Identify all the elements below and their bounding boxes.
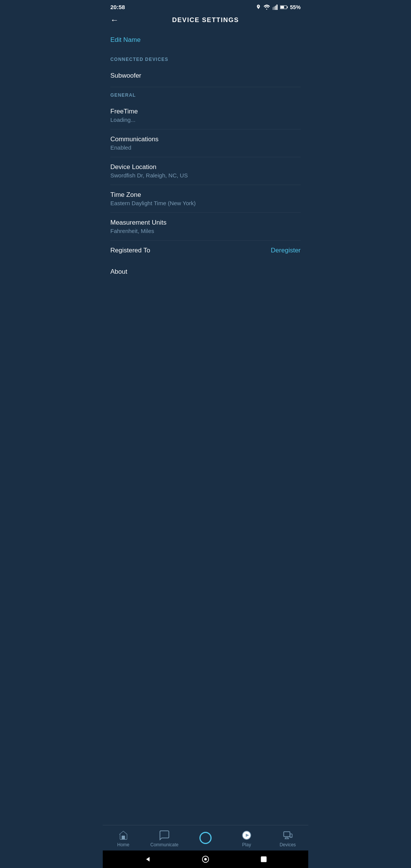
page-content: Edit Name CONNECTED DEVICES Subwoofer GE…	[103, 30, 308, 825]
page-header: ← DEVICE SETTINGS	[103, 13, 308, 30]
play-icon	[241, 830, 252, 841]
svg-point-17	[204, 858, 207, 861]
wifi-icon	[263, 5, 270, 10]
nav-play-label: Play	[242, 842, 251, 847]
android-recents-button[interactable]	[260, 855, 268, 863]
svg-rect-2	[275, 5, 276, 10]
page-title: DEVICE SETTINGS	[172, 16, 239, 24]
registered-to-label: Registered To	[110, 247, 150, 254]
status-bar: 20:58 55%	[103, 0, 308, 13]
timezone-item[interactable]: Time Zone Eastern Daylight Time (New Yor…	[110, 185, 301, 213]
svg-rect-10	[284, 832, 290, 837]
about-item[interactable]: About	[110, 260, 301, 279]
subwoofer-item[interactable]: Subwoofer	[110, 66, 301, 87]
nav-item-home[interactable]: Home	[103, 828, 144, 849]
svg-marker-15	[146, 857, 150, 862]
communications-title: Communications	[110, 136, 301, 143]
nav-item-devices[interactable]: Devices	[267, 828, 308, 849]
status-time: 20:58	[110, 4, 125, 10]
communications-item[interactable]: Communications Enabled	[110, 129, 301, 157]
android-home-button[interactable]	[201, 855, 210, 863]
registered-to-row: Registered To Deregister	[110, 241, 301, 260]
signal-icon	[272, 5, 278, 10]
nav-item-play[interactable]: Play	[226, 828, 267, 849]
home-icon	[118, 830, 129, 841]
device-location-item[interactable]: Device Location Swordfish Dr, Raleigh, N…	[110, 157, 301, 185]
android-nav	[103, 850, 308, 868]
svg-rect-0	[272, 7, 274, 10]
communications-subtitle: Enabled	[110, 144, 301, 151]
general-header: GENERAL	[110, 87, 301, 102]
measurement-units-subtitle: Fahrenheit, Miles	[110, 228, 301, 234]
alexa-icon	[199, 831, 212, 845]
device-location-subtitle: Swordfish Dr, Raleigh, NC, US	[110, 172, 301, 179]
communicate-icon	[159, 830, 170, 841]
svg-rect-7	[122, 836, 125, 839]
nav-home-label: Home	[117, 842, 129, 847]
location-icon	[256, 4, 261, 10]
deregister-button[interactable]: Deregister	[271, 247, 301, 254]
battery-percent: 55%	[290, 4, 301, 10]
connected-devices-header: CONNECTED DEVICES	[110, 51, 301, 66]
timezone-subtitle: Eastern Daylight Time (New York)	[110, 200, 301, 206]
svg-rect-3	[276, 5, 277, 10]
nav-communicate-label: Communicate	[150, 842, 178, 847]
bottom-nav: Home Communicate Play	[103, 825, 308, 850]
timezone-title: Time Zone	[110, 191, 301, 199]
freetime-title: FreeTime	[110, 108, 301, 115]
svg-rect-18	[261, 857, 267, 862]
svg-rect-5	[287, 6, 288, 8]
nav-item-alexa[interactable]	[185, 830, 226, 848]
android-back-button[interactable]	[143, 855, 151, 863]
back-button[interactable]: ←	[110, 15, 119, 25]
freetime-subtitle: Loading...	[110, 116, 301, 123]
nav-devices-label: Devices	[280, 842, 296, 847]
status-icons: 55%	[256, 4, 301, 10]
measurement-units-title: Measurement Units	[110, 219, 301, 227]
nav-item-communicate[interactable]: Communicate	[144, 828, 185, 849]
freetime-item[interactable]: FreeTime Loading...	[110, 102, 301, 129]
subwoofer-title: Subwoofer	[110, 72, 301, 80]
device-location-title: Device Location	[110, 163, 301, 171]
battery-icon	[280, 5, 288, 10]
devices-icon	[282, 830, 293, 841]
measurement-units-item[interactable]: Measurement Units Fahrenheit, Miles	[110, 213, 301, 241]
svg-rect-1	[274, 6, 275, 10]
svg-rect-6	[280, 6, 284, 8]
edit-name-link[interactable]: Edit Name	[110, 30, 301, 51]
